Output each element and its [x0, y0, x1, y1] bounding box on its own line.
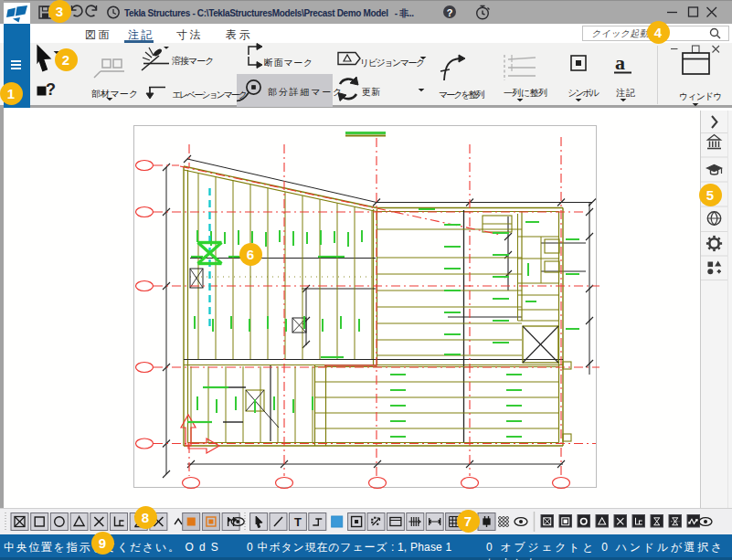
svg-text:T: T: [294, 515, 302, 529]
